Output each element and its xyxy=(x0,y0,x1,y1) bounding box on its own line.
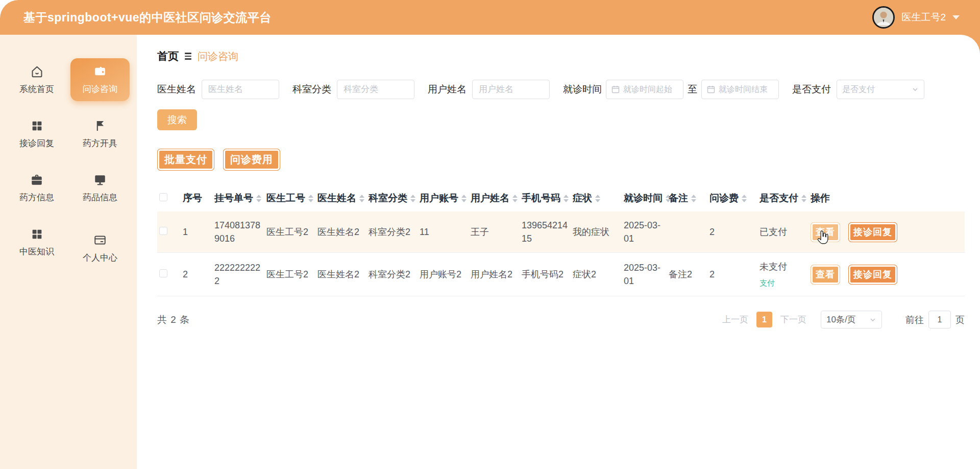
home-icon xyxy=(30,65,44,79)
breadcrumb-current: 问诊咨询 xyxy=(198,50,238,63)
cell-no: 2 xyxy=(181,253,212,296)
next-page-button[interactable]: 下一页 xyxy=(780,314,806,325)
sidebar-item-reception-reply[interactable]: 接诊回复 xyxy=(7,112,66,155)
col-no: 序号 xyxy=(181,185,212,212)
reply-button[interactable]: 接诊回复 xyxy=(848,222,897,242)
cell-user-name: 用户姓名2 xyxy=(469,253,520,296)
sort-icon[interactable] xyxy=(564,195,569,202)
filter-department: 科室分类 xyxy=(292,80,414,99)
sort-icon[interactable] xyxy=(359,195,364,202)
chevron-down-icon xyxy=(869,316,876,323)
consult-fee-button[interactable]: 问诊费用 xyxy=(223,149,280,171)
user-menu[interactable]: 医生工号2 xyxy=(872,6,960,29)
cell-paid: 未支付 支付 xyxy=(757,253,808,296)
sidebar-item-label: 系统首页 xyxy=(19,83,54,95)
app-title: 基于springboot+vue的中医社区问诊交流平台 xyxy=(23,10,272,26)
sidebar-item-tcm-knowledge[interactable]: 中医知识 xyxy=(7,221,66,264)
flag-icon xyxy=(93,119,107,133)
cell-symptom: 我的症状 xyxy=(571,212,622,253)
pay-link[interactable]: 支付 xyxy=(760,277,806,289)
col-user-name[interactable]: 用户姓名 xyxy=(469,185,520,212)
sort-icon[interactable] xyxy=(410,195,415,202)
cell-department: 科室分类2 xyxy=(366,253,418,296)
main-content: 首页 问诊咨询 医生姓名 科室分类 用户姓名 就诊时间 xyxy=(137,35,980,469)
visit-end-input[interactable]: 就诊时间结束 xyxy=(701,80,779,99)
cell-actions: 查看 接诊回复 xyxy=(808,253,965,296)
view-button[interactable]: 查看 xyxy=(811,222,840,242)
doctor-name-input[interactable] xyxy=(202,80,279,99)
cell-reg-no: 1740813789016 xyxy=(212,212,264,253)
sidebar-item-consultation[interactable]: 问诊咨询 xyxy=(70,58,130,101)
consultation-table: 序号 挂号单号 医生工号 医生姓名 科室分类 用户账号 用户姓名 手机号码 症状… xyxy=(157,185,965,296)
cell-doctor-id: 医生工号2 xyxy=(264,212,315,253)
department-input[interactable] xyxy=(337,80,414,99)
row-checkbox[interactable] xyxy=(159,227,167,235)
briefcase-icon xyxy=(30,173,44,187)
breadcrumb: 首页 问诊咨询 xyxy=(157,49,965,63)
page-body: 系统首页 问诊咨询 接诊回复 xyxy=(0,35,980,469)
chevron-down-icon xyxy=(952,15,960,19)
cell-doctor-name: 医生姓名2 xyxy=(315,212,366,253)
filter-paid: 是否支付 是否支付 xyxy=(792,80,924,99)
sidebar-item-label: 药方信息 xyxy=(19,192,54,203)
page-number-1[interactable]: 1 xyxy=(756,312,772,327)
paid-select[interactable]: 是否支付 xyxy=(837,80,924,99)
col-visit-time[interactable]: 就诊时间 xyxy=(622,185,667,212)
sort-icon[interactable] xyxy=(742,195,747,202)
cell-symptom: 症状2 xyxy=(571,253,622,296)
department-label: 科室分类 xyxy=(292,83,331,96)
wallet-icon xyxy=(93,65,107,79)
col-fee[interactable]: 问诊费 xyxy=(707,185,757,212)
avatar[interactable] xyxy=(872,6,895,29)
card-icon xyxy=(93,233,107,247)
col-user-account[interactable]: 用户账号 xyxy=(418,185,469,212)
sidebar-item-personal-center[interactable]: 个人中心 xyxy=(70,227,130,270)
col-department[interactable]: 科室分类 xyxy=(366,185,418,212)
cell-doctor-id: 医生工号2 xyxy=(264,253,315,296)
col-reg-no[interactable]: 挂号单号 xyxy=(212,185,264,212)
visit-start-input[interactable]: 就诊时间起始 xyxy=(606,80,683,99)
sort-icon[interactable] xyxy=(801,195,806,202)
cell-paid: 已支付 xyxy=(757,212,808,253)
col-doctor-id[interactable]: 医生工号 xyxy=(264,185,315,212)
cell-phone: 13965421415 xyxy=(520,212,571,253)
prev-page-button[interactable]: 上一页 xyxy=(722,314,748,325)
paid-status: 已支付 xyxy=(760,225,806,239)
breadcrumb-home[interactable]: 首页 xyxy=(157,49,179,63)
reply-button[interactable]: 接诊回复 xyxy=(848,265,897,285)
col-symptom[interactable]: 症状 xyxy=(571,185,622,212)
cell-fee: 2 xyxy=(707,212,757,253)
sidebar-item-prescription-info[interactable]: 药方信息 xyxy=(7,167,66,209)
visit-time-to: 至 xyxy=(688,83,697,96)
paid-label: 是否支付 xyxy=(792,83,831,96)
page-size-select[interactable]: 10条/页 xyxy=(821,311,882,329)
pagination: 共 2 条 上一页 1 下一页 10条/页 前往 页 xyxy=(157,311,965,329)
doctor-name-label: 医生姓名 xyxy=(157,83,196,96)
goto-page: 前往 页 xyxy=(905,311,965,329)
breadcrumb-separator-icon xyxy=(185,53,191,59)
batch-pay-button[interactable]: 批量支付 xyxy=(157,149,214,171)
calendar-icon xyxy=(611,85,620,93)
user-name-input[interactable] xyxy=(472,80,550,99)
select-all-checkbox[interactable] xyxy=(159,193,167,201)
row-checkbox[interactable] xyxy=(159,269,167,277)
sidebar-item-prescribe[interactable]: 药方开具 xyxy=(70,112,130,155)
sort-icon[interactable] xyxy=(256,195,261,202)
sort-icon[interactable] xyxy=(691,195,696,202)
col-paid[interactable]: 是否支付 xyxy=(757,185,808,212)
search-button[interactable]: 搜索 xyxy=(157,109,197,130)
sidebar-item-drug-info[interactable]: 药品信息 xyxy=(70,167,130,209)
sort-icon[interactable] xyxy=(512,195,518,202)
view-button[interactable]: 查看 xyxy=(811,265,840,285)
sidebar: 系统首页 问诊咨询 接诊回复 xyxy=(0,35,137,469)
sort-icon[interactable] xyxy=(595,195,600,202)
cell-doctor-name: 医生姓名2 xyxy=(315,253,366,296)
sort-icon[interactable] xyxy=(461,195,467,202)
col-doctor-name[interactable]: 医生姓名 xyxy=(315,185,366,212)
col-remark[interactable]: 备注 xyxy=(667,185,707,212)
goto-label: 前往 xyxy=(905,314,924,326)
sort-icon[interactable] xyxy=(308,195,313,202)
col-phone[interactable]: 手机号码 xyxy=(520,185,571,212)
goto-page-input[interactable] xyxy=(928,311,951,329)
sidebar-item-system-home[interactable]: 系统首页 xyxy=(7,58,66,101)
